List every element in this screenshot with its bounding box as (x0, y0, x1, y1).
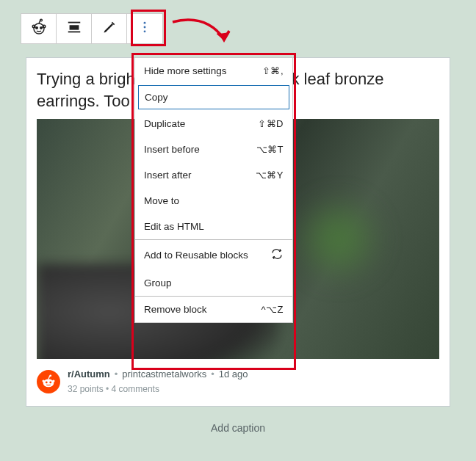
menu-insert-after[interactable]: Insert after ⌥⌘Y (135, 162, 292, 188)
align-button[interactable] (57, 14, 92, 43)
caption-input[interactable]: Add caption (0, 422, 476, 434)
reddit-avatar-icon (37, 370, 60, 393)
menu-remove-block[interactable]: Remove block ^⌥Z (135, 297, 292, 322)
post-points: 32 points (68, 384, 104, 394)
reddit-icon (30, 18, 48, 39)
svg-point-14 (49, 381, 51, 383)
menu-duplicate[interactable]: Duplicate ⇧⌘D (135, 111, 292, 137)
post-meta: r/Autumn • printcastmetalworks • 1d ago … (37, 368, 439, 395)
menu-item-label: Hide more settings (144, 65, 227, 76)
menu-item-label: Move to (144, 195, 179, 206)
more-vertical-icon (137, 20, 152, 37)
menu-insert-before[interactable]: Insert before ⌥⌘T (135, 137, 292, 162)
menu-item-label: Remove block (144, 304, 207, 315)
more-options-button[interactable] (127, 14, 162, 43)
svg-rect-7 (69, 25, 79, 29)
post-age: 1d ago (219, 368, 248, 381)
annotation-arrow (169, 13, 235, 54)
menu-item-shortcut: ^⌥Z (261, 304, 284, 315)
svg-point-1 (35, 27, 37, 29)
menu-hide-more-settings[interactable]: Hide more settings ⇧⌘, (135, 58, 292, 84)
menu-item-label: Copy (145, 92, 168, 103)
meta-separator: • (211, 368, 214, 381)
subreddit-link[interactable]: r/Autumn (68, 368, 110, 381)
svg-point-10 (144, 26, 146, 29)
block-toolbar (21, 13, 163, 44)
svg-point-9 (144, 22, 146, 24)
menu-item-label: Duplicate (144, 118, 185, 129)
menu-item-label: Insert before (144, 144, 200, 155)
menu-item-shortcut: ⇧⌘D (258, 118, 284, 129)
svg-point-11 (144, 30, 146, 32)
menu-group[interactable]: Group (135, 270, 292, 296)
meta-separator: • (115, 368, 118, 381)
svg-rect-8 (68, 32, 80, 33)
align-center-icon (66, 19, 82, 38)
menu-move-to[interactable]: Move to (135, 188, 292, 214)
svg-rect-6 (68, 22, 80, 23)
menu-add-reusable[interactable]: Add to Reusable blocks (135, 240, 292, 270)
svg-point-0 (34, 23, 44, 34)
svg-point-17 (49, 374, 51, 377)
svg-point-12 (43, 379, 54, 387)
post-author[interactable]: printcastmetalworks (122, 368, 206, 381)
menu-item-label: Edit as HTML (144, 221, 204, 232)
svg-point-5 (40, 19, 42, 21)
svg-point-2 (40, 27, 42, 29)
menu-item-shortcut: ⌥⌘Y (256, 170, 284, 181)
menu-item-label: Insert after (144, 170, 192, 181)
menu-copy[interactable]: Copy (138, 85, 289, 109)
post-comments[interactable]: 4 comments (112, 384, 159, 394)
pencil-icon (102, 20, 117, 37)
reddit-block-button[interactable] (21, 14, 57, 43)
svg-point-13 (46, 381, 48, 383)
edit-button[interactable] (92, 14, 127, 43)
svg-point-16 (52, 380, 54, 382)
block-options-menu: Hide more settings ⇧⌘, Copy Duplicate ⇧⌘… (134, 57, 293, 323)
menu-item-label: Group (144, 277, 172, 288)
menu-edit-as-html[interactable]: Edit as HTML (135, 214, 292, 239)
menu-item-shortcut: ⇧⌘, (262, 65, 284, 76)
menu-item-shortcut: ⌥⌘T (256, 144, 284, 155)
menu-item-label: Add to Reusable blocks (144, 250, 248, 261)
meta-separator: • (106, 384, 112, 394)
svg-point-15 (42, 380, 44, 382)
reusable-icon (270, 247, 284, 263)
